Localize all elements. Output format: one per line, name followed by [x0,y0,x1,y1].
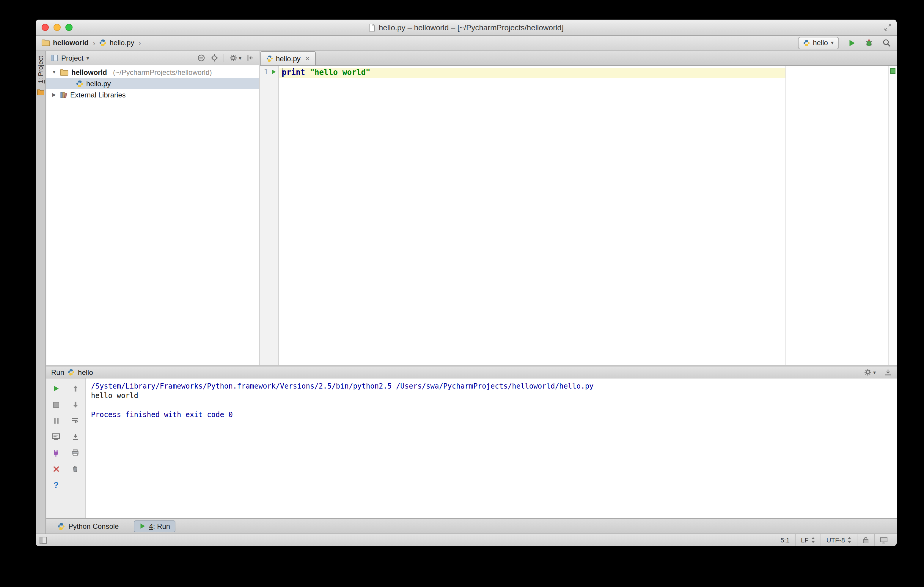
prev-occurrence-button[interactable] [69,383,81,394]
debug-button[interactable] [865,39,873,47]
line-separator-widget[interactable]: LF [795,534,820,546]
next-occurrence-button[interactable] [69,399,81,410]
breadcrumb-file[interactable]: hello.py [100,39,134,47]
editor-tab-bar: hello.py × [260,51,897,66]
run-controls: hello ▾ [798,36,891,49]
search-button[interactable] [883,39,891,47]
project-panel-icon [51,54,58,62]
screen-settings-widget[interactable] [874,534,893,546]
soft-wrap-button[interactable] [69,415,81,426]
console-output[interactable]: /System/Library/Frameworks/Python.framew… [86,378,897,518]
readonly-lock-widget[interactable] [857,534,874,546]
breadcrumb-file-label: hello.py [110,39,134,47]
run-icon [139,523,145,529]
line-separator-value: LF [801,536,808,544]
disclosure-closed-icon[interactable]: ▶ [51,92,57,97]
show-console-button[interactable] [50,431,62,442]
updown-arrows-icon [847,536,851,544]
hide-toolwindow-icon[interactable] [884,368,892,376]
expand-window-icon[interactable] [884,23,892,31]
run-toolbar-column-2 [66,378,85,518]
inspection-status-icon[interactable] [890,68,896,74]
rerun-button[interactable] [50,383,62,394]
pause-output-button[interactable] [50,415,62,426]
project-panel-toolbar: ▾ [198,54,254,62]
run-toolbar-column-1: ? [46,378,66,518]
project-panel-title[interactable]: Project [61,54,84,62]
project-tree: ▼ helloworld (~/PycharmProjects/hellowor… [46,65,259,100]
zoom-window-button[interactable] [65,24,73,31]
folder-icon [41,39,50,46]
inspection-stripe[interactable] [888,66,897,365]
tab-hello-py[interactable]: hello.py × [261,51,316,65]
encoding-value: UTF-8 [827,536,845,544]
run-configuration-label: hello [813,39,828,47]
run-header-toolbar: ▾ [864,368,892,376]
close-button[interactable] [50,464,62,474]
tree-node-external-libraries[interactable]: ▶ External Libraries [46,89,259,100]
close-tab-icon[interactable]: × [305,54,310,63]
stop-button[interactable] [50,399,62,410]
line-number: 1 [260,68,268,76]
toolbar-divider [224,54,224,62]
run-button[interactable] [848,39,856,47]
tree-node-label: helloworld [71,68,107,76]
titlebar: hello.py – helloworld – [~/PycharmProjec… [36,20,897,36]
tree-node-path: (~/PycharmProjects/helloworld) [113,68,212,76]
breadcrumb-chevron: › [138,38,141,47]
breadcrumb-project-label: helloworld [53,39,89,47]
collapse-all-icon[interactable] [198,54,205,62]
console-line [91,400,892,410]
settings-gear-icon[interactable]: ▾ [230,54,241,62]
toolwindow-bar: Python Console 4: Run [46,518,897,534]
traffic-lights [41,24,73,31]
run-configuration-select[interactable]: hello ▾ [798,36,839,49]
hide-panel-icon[interactable] [247,54,254,62]
disclosure-open-icon[interactable]: ▼ [51,69,57,75]
python-console-icon [58,523,65,529]
run-toolwindow-button[interactable]: 4: Run [134,520,175,532]
minimize-window-button[interactable] [53,24,61,31]
help-button[interactable]: ? [50,480,62,490]
python-file-icon [266,55,273,62]
clear-output-button[interactable] [69,464,81,474]
settings-gear-icon[interactable]: ▾ [864,368,876,376]
print-button[interactable] [69,447,81,458]
lock-icon [863,536,869,544]
python-console-button[interactable]: Python Console [52,520,124,532]
code-line: print"hello world" [282,68,370,78]
console-line: /System/Library/Frameworks/Python.framew… [91,381,892,391]
code-area[interactable]: print"hello world" [279,66,888,365]
console-line: hello world [91,391,892,400]
caret-position-widget[interactable]: 5:1 [774,534,795,546]
code-string: "hello world" [310,68,370,77]
tree-node-helloworld[interactable]: ▼ helloworld (~/PycharmProjects/hellowor… [46,67,259,78]
editor: hello.py × 1 print"hello world" [260,51,897,365]
code-keyword: print [282,68,305,77]
project-mnemonic: 1 [37,80,44,84]
python-prompt-button[interactable] [50,447,62,458]
toolwindow-toggle-icon[interactable] [39,536,47,544]
caret-position-value: 5:1 [780,536,790,544]
tree-node-hello-py[interactable]: hello.py [46,78,259,89]
right-margin-guide [785,66,786,365]
screen: hello.py – helloworld – [~/PycharmProjec… [0,0,924,587]
close-window-button[interactable] [41,24,49,31]
run-line-icon[interactable] [271,69,277,75]
project-panel-header: Project ▾ ▾ [46,51,259,65]
breadcrumb-project[interactable]: helloworld [41,39,89,47]
run-toolwindow: Run hello ▾ [46,367,897,518]
run-mnemonic: 4 [149,522,153,530]
chevron-down-icon[interactable]: ▾ [86,55,89,61]
updown-arrows-icon [811,536,815,544]
navigation-bar: helloworld › hello.py › hello ▾ [36,36,897,51]
project-icon[interactable] [36,89,44,96]
scroll-to-source-icon[interactable] [211,54,218,62]
editor-body[interactable]: 1 print"hello world" [260,66,897,365]
project-toolwindow-stripe-button[interactable]: 1: Project [37,56,44,84]
python-file-icon [76,80,83,87]
scroll-to-end-button[interactable] [69,431,81,442]
document-icon [369,23,375,31]
encoding-widget[interactable]: UTF-8 [820,534,857,546]
console-line: Process finished with exit code 0 [91,410,892,419]
